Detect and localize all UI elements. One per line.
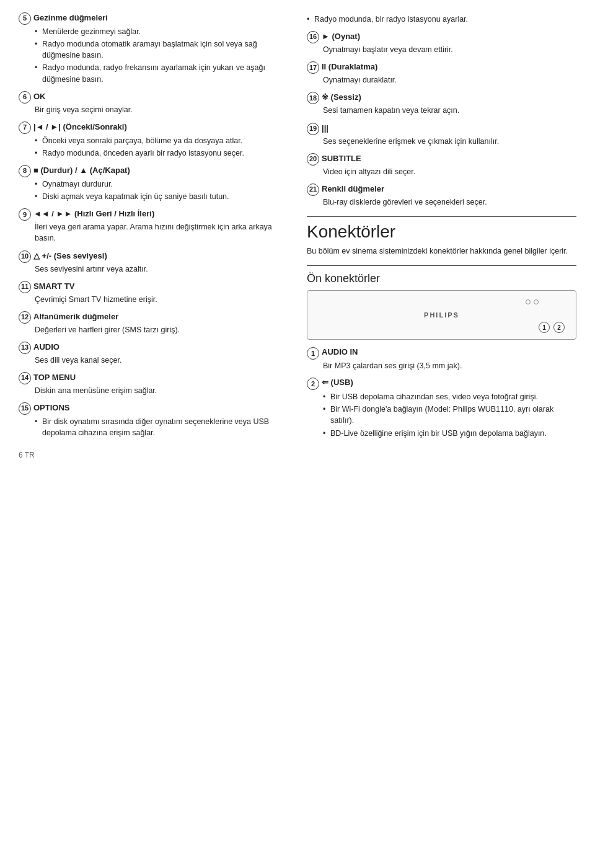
item-5: 5 Gezinme düğmeleri Menülerde gezinmeyi … <box>19 12 288 85</box>
item-17-number: 17 <box>307 61 319 74</box>
konektorler-heading: Konektörler <box>307 222 576 242</box>
item-11-text: Çevrimiçi Smart TV hizmetine erişir. <box>35 294 288 305</box>
item-17-text: Oynatmayı duraklatır. <box>323 74 576 86</box>
port-1-label: 1 <box>539 322 550 333</box>
item-21: 21 Renkli düğmeler Blu-ray disklerde gör… <box>307 184 576 208</box>
item-8-bullets: Oynatmayı durdurur. Diski açmak veya kap… <box>35 179 288 202</box>
item-9-title: ◄◄ / ►► (Hızlı Geri / Hızlı İleri) <box>33 208 154 219</box>
item-5-title: Gezinme düğmeleri <box>33 12 108 24</box>
item-7-title: |◄ / ►| (Önceki/Sonraki) <box>33 122 127 133</box>
item-11-title: SMART TV <box>33 281 74 292</box>
item-16: 16 ► (Oynat) Oynatmayı başlatır veya dev… <box>307 31 576 55</box>
item-20-title: SUBTITLE <box>322 153 361 164</box>
item-7: 7 |◄ / ►| (Önceki/Sonraki) Önceki veya s… <box>19 122 288 159</box>
list-item: Bir USB depolama cihazından ses, video v… <box>323 391 576 402</box>
connector-1-title: AUDIO IN <box>322 347 358 356</box>
connector-2: 2 ⇐ (USB) Bir USB depolama cihazından se… <box>307 378 576 439</box>
item-12: 12 Alfanümerik düğmeler Değerleri ve har… <box>19 311 288 335</box>
on-konektorler-divider <box>307 265 576 266</box>
item-15-title: OPTIONS <box>33 402 70 414</box>
item-5-number: 5 <box>19 12 31 25</box>
item-10-number: 10 <box>19 250 31 263</box>
item-14: 14 TOP MENU Diskin ana menüsüne erişim s… <box>19 372 288 396</box>
section-divider <box>307 216 576 217</box>
connector-1: 1 AUDIO IN Bir MP3 çalardan ses girişi (… <box>307 347 576 371</box>
item-18-title: ※ (Sessiz) <box>322 92 361 103</box>
intro-bullet-block: Radyo modunda, bir radyo istasyonu ayarl… <box>307 14 576 25</box>
item-9-text: İleri veya geri arama yapar. Arama hızın… <box>35 221 288 244</box>
right-column: Radyo modunda, bir radyo istasyonu ayarl… <box>307 12 576 459</box>
item-6-text: Bir giriş veya seçimi onaylar. <box>35 104 288 115</box>
item-10-title: △ +/- (Ses seviyesi) <box>33 250 107 262</box>
item-14-text: Diskin ana menüsüne erişim sağlar. <box>35 385 288 396</box>
list-item: Radyo modunda otomatik aramayı başlatmak… <box>35 38 288 61</box>
item-21-title: Renkli düğmeler <box>322 184 384 195</box>
list-item: Diski açmak veya kapatmak için üç saniye… <box>35 191 288 202</box>
item-7-number: 7 <box>19 122 31 134</box>
item-16-title: ► (Oynat) <box>322 31 360 42</box>
intro-bullet-list: Radyo modunda, bir radyo istasyonu ayarl… <box>307 14 576 25</box>
konektorler-intro: Bu bölüm ev sinema sisteminizdeki konekt… <box>307 246 576 257</box>
connector-2-number: 2 <box>307 378 319 390</box>
item-20: 20 SUBTITLE Video için altyazı dili seçe… <box>307 153 576 177</box>
item-8-number: 8 <box>19 165 31 177</box>
item-14-number: 14 <box>19 372 31 384</box>
list-item: Radyo modunda, radyo frekansını ayarlama… <box>35 62 288 84</box>
item-12-title: Alfanümerik düğmeler <box>33 311 118 322</box>
item-8-title: ■ (Durdur) / ▲ (Aç/Kapat) <box>33 165 130 176</box>
item-9: 9 ◄◄ / ►► (Hızlı Geri / Hızlı İleri) İle… <box>19 208 288 244</box>
connector-1-number: 1 <box>307 347 319 360</box>
list-item: Bir disk oynatımı sırasında diğer oynatı… <box>35 416 288 438</box>
device-dots <box>526 299 539 304</box>
page-footer: 6 TR <box>19 451 288 459</box>
list-item: BD-Live özelliğine erişim için bir USB y… <box>323 428 576 439</box>
item-18: 18 ※ (Sessiz) Sesi tamamen kapatın veya … <box>307 92 576 116</box>
item-11: 11 SMART TV Çevrimiçi Smart TV hizmetine… <box>19 281 288 305</box>
item-20-text: Video için altyazı dili seçer. <box>323 166 576 177</box>
item-21-text: Blu-ray disklerde görevleri ve seçenekle… <box>323 197 576 208</box>
item-10-text: Ses seviyesini artırır veya azaltır. <box>35 264 288 275</box>
item-10: 10 △ +/- (Ses seviyesi) Ses seviyesini a… <box>19 250 288 275</box>
left-column: 5 Gezinme düğmeleri Menülerde gezinmeyi … <box>19 12 288 459</box>
item-17: 17 II (Duraklatma) Oynatmayı duraklatır. <box>307 61 576 86</box>
item-18-text: Sesi tamamen kapatın veya tekrar açın. <box>323 105 576 116</box>
item-6: 6 OK Bir giriş veya seçimi onaylar. <box>19 91 288 115</box>
item-16-number: 16 <box>307 31 319 43</box>
dot-2 <box>534 299 539 304</box>
item-6-title: OK <box>33 91 46 102</box>
item-13-number: 13 <box>19 342 31 354</box>
item-13-title: AUDIO <box>33 342 60 353</box>
list-item: Radyo modunda, bir radyo istasyonu ayarl… <box>307 14 576 25</box>
item-17-title: II (Duraklatma) <box>322 61 377 73</box>
item-13: 13 AUDIO Ses dili veya kanal seçer. <box>19 342 288 366</box>
item-12-number: 12 <box>19 311 31 324</box>
list-item: Önceki veya sonraki parçaya, bölüme ya d… <box>35 135 288 146</box>
port-2-label: 2 <box>553 322 565 333</box>
item-16-text: Oynatmayı başlatır veya devam ettirir. <box>323 44 576 55</box>
list-item: Oynatmayı durdurur. <box>35 179 288 190</box>
item-15: 15 OPTIONS Bir disk oynatımı sırasında d… <box>19 402 288 438</box>
item-14-title: TOP MENU <box>33 372 76 383</box>
list-item: Radyo modunda, önceden ayarlı bir radyo … <box>35 148 288 159</box>
item-11-number: 11 <box>19 281 31 293</box>
item-5-bullets: Menülerde gezinmeyi sağlar. Radyo modund… <box>35 26 288 85</box>
device-ports: 1 2 <box>539 322 565 333</box>
item-20-number: 20 <box>307 153 319 166</box>
connector-2-bullets: Bir USB depolama cihazından ses, video v… <box>323 391 576 439</box>
item-13-text: Ses dili veya kanal seçer. <box>35 355 288 366</box>
device-label: PHILIPS <box>424 311 459 319</box>
item-6-number: 6 <box>19 91 31 104</box>
item-12-text: Değerleri ve harfleri girer (SMS tarzı g… <box>35 324 288 335</box>
connector-1-text: Bir MP3 çalardan ses girişi (3,5 mm jak)… <box>323 360 576 371</box>
item-19-number: 19 <box>307 123 319 135</box>
list-item: Menülerde gezinmeyi sağlar. <box>35 26 288 37</box>
dot-1 <box>526 299 531 304</box>
item-21-number: 21 <box>307 184 319 196</box>
item-15-bullets: Bir disk oynatımı sırasında diğer oynatı… <box>35 416 288 438</box>
list-item: Bir Wi-Fi dongle'a bağlayın (Model: Phil… <box>323 404 576 426</box>
connector-2-title: ⇐ (USB) <box>322 378 353 387</box>
item-9-number: 9 <box>19 208 31 221</box>
on-konektorler-heading: Ön konektörler <box>307 272 576 285</box>
item-7-bullets: Önceki veya sonraki parçaya, bölüme ya d… <box>35 135 288 159</box>
item-15-number: 15 <box>19 402 31 415</box>
